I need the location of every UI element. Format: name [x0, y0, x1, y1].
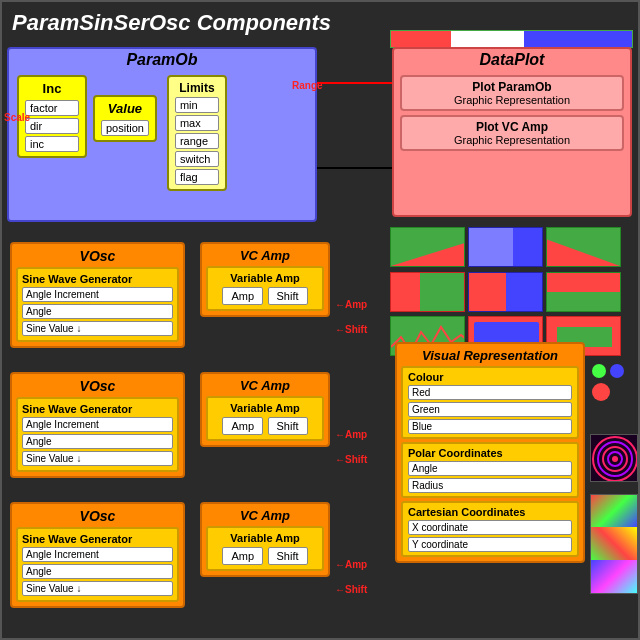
vosc-2-field-2: Sine Value ↓ — [22, 451, 173, 466]
waveform-top — [390, 30, 633, 48]
range-arrow — [317, 82, 392, 84]
position-field: position — [101, 120, 149, 136]
vcamp-2-shift[interactable]: Shift — [268, 417, 308, 435]
plot-vc-amp-title: Plot VC Amp — [408, 120, 616, 134]
plot-paramob-box: Plot ParamOb Graphic Representation — [400, 75, 624, 111]
scale-label: Scale — [4, 112, 30, 123]
graph-panel-1b — [468, 227, 543, 267]
vosc-1-inner: Sine Wave Generator Angle Increment Angl… — [16, 267, 179, 342]
vosc-1-field-1: Angle — [22, 304, 173, 319]
spiral-box — [590, 434, 638, 482]
vosc-2-inner: Sine Wave Generator Angle Increment Angl… — [16, 397, 179, 472]
cartesian-title: Cartesian Coordinates — [408, 506, 572, 518]
colour-red: Red — [408, 385, 572, 400]
vcamp-3-shift[interactable]: Shift — [268, 547, 308, 565]
graph-panel-1a — [390, 227, 465, 267]
vosc-block-2: VOsc Sine Wave Generator Angle Increment… — [10, 372, 185, 478]
amp-label-2: ←Amp — [335, 429, 367, 440]
shift-label-3: ←Shift — [335, 584, 367, 595]
plot-paramob-label: Graphic Representation — [408, 94, 616, 106]
vosc-3-field-1: Angle — [22, 564, 173, 579]
vcamp-1-shift[interactable]: Shift — [268, 287, 308, 305]
vcamp-block-3: VC Amp Variable Amp Amp Shift — [200, 502, 330, 577]
vosc-3-field-0: Angle Increment — [22, 547, 173, 562]
plot-paramob-title: Plot ParamOb — [408, 80, 616, 94]
inc-title: Inc — [25, 81, 79, 96]
graph-shape-2a — [420, 273, 464, 311]
vosc-1-field-0: Angle Increment — [22, 287, 173, 302]
min-field: min — [175, 97, 219, 113]
polar-box: Polar Coordinates Angle Radius — [401, 442, 579, 498]
flag-field: flag — [175, 169, 219, 185]
vcamp-3-inner-title: Variable Amp — [216, 532, 314, 544]
vosc-3-inner-title: Sine Wave Generator — [22, 533, 173, 545]
graph-panel-2a — [390, 272, 465, 312]
vosc-2-title: VOsc — [16, 378, 179, 394]
vcamp-2-inner: Variable Amp Amp Shift — [206, 396, 324, 441]
vcamp-1-title: VC Amp — [206, 248, 324, 263]
vosc-2-field-1: Angle — [22, 434, 173, 449]
vcamp-block-2: VC Amp Variable Amp Amp Shift — [200, 372, 330, 447]
graph-panel-2c — [546, 272, 621, 312]
plot-vc-amp-box: Plot VC Amp Graphic Representation — [400, 115, 624, 151]
vcamp-1-amp[interactable]: Amp — [222, 287, 263, 305]
graph-shape-1b — [469, 228, 513, 266]
vcamp-3-amp[interactable]: Amp — [222, 547, 263, 565]
cartesian-x: X coordinate — [408, 520, 572, 535]
svg-point-4 — [612, 456, 618, 462]
vcamp-3-title: VC Amp — [206, 508, 324, 523]
shift-label-1: ←Shift — [335, 324, 367, 335]
graph-shape-2b — [469, 273, 506, 311]
range-field: range — [175, 133, 219, 149]
switch-field: switch — [175, 151, 219, 167]
vosc-block-1: VOsc Sine Wave Generator Angle Increment… — [10, 242, 185, 348]
main-container: ParamSinSerOsc Components ParamOb Inc fa… — [0, 0, 640, 640]
color-grad-2 — [591, 527, 637, 559]
waveform-bar — [391, 31, 632, 47]
dir-field: dir — [25, 118, 79, 134]
colour-green: Green — [408, 402, 572, 417]
graph-shape-1c — [547, 239, 620, 266]
graph-panel-2b — [468, 272, 543, 312]
limits-title: Limits — [175, 81, 219, 95]
vosc-1-title: VOsc — [16, 248, 179, 264]
polar-angle: Angle — [408, 461, 572, 476]
spiral-svg — [591, 435, 638, 482]
colour-blue: Blue — [408, 419, 572, 434]
polar-title: Polar Coordinates — [408, 447, 572, 459]
vosc-1-field-2: Sine Value ↓ — [22, 321, 173, 336]
blue-circle — [610, 364, 624, 378]
vosc-2-inner-title: Sine Wave Generator — [22, 403, 173, 415]
factor-field: factor — [25, 100, 79, 116]
vcamp-2-amp[interactable]: Amp — [222, 417, 263, 435]
shift-label-2: ←Shift — [335, 454, 367, 465]
vosc-3-field-2: Sine Value ↓ — [22, 581, 173, 596]
colour-title: Colour — [408, 371, 572, 383]
vcamp-2-title: VC Amp — [206, 378, 324, 393]
param-ob-title: ParamOb — [9, 49, 315, 71]
plot-vc-amp-label: Graphic Representation — [408, 134, 616, 146]
red-circle-large — [592, 383, 610, 401]
value-box: Value position — [93, 95, 157, 142]
connector-h1 — [317, 167, 392, 169]
vcamp-2-inner-title: Variable Amp — [216, 402, 314, 414]
graph-shape-2c — [547, 273, 620, 292]
color-grad-3 — [591, 560, 637, 593]
vcamp-3-inner: Variable Amp Amp Shift — [206, 526, 324, 571]
vosc-3-title: VOsc — [16, 508, 179, 524]
vcamp-block-1: VC Amp Variable Amp Amp Shift — [200, 242, 330, 317]
vosc-3-inner: Sine Wave Generator Angle Increment Angl… — [16, 527, 179, 602]
vosc-block-3: VOsc Sine Wave Generator Angle Increment… — [10, 502, 185, 608]
vcamp-1-inner-title: Variable Amp — [216, 272, 314, 284]
graph-panel-1c — [546, 227, 621, 267]
amp-label-3: ←Amp — [335, 559, 367, 570]
colour-box: Colour Red Green Blue — [401, 366, 579, 439]
max-field: max — [175, 115, 219, 131]
dataplot-block: DataPlot Plot ParamOb Graphic Representa… — [392, 47, 632, 217]
graph-shape-1a — [391, 243, 464, 266]
colorful-image-box — [590, 494, 638, 594]
param-ob-block: ParamOb Inc factor dir inc Value positio… — [7, 47, 317, 222]
polar-radius: Radius — [408, 478, 572, 493]
vosc-2-field-0: Angle Increment — [22, 417, 173, 432]
color-circles — [592, 364, 624, 401]
